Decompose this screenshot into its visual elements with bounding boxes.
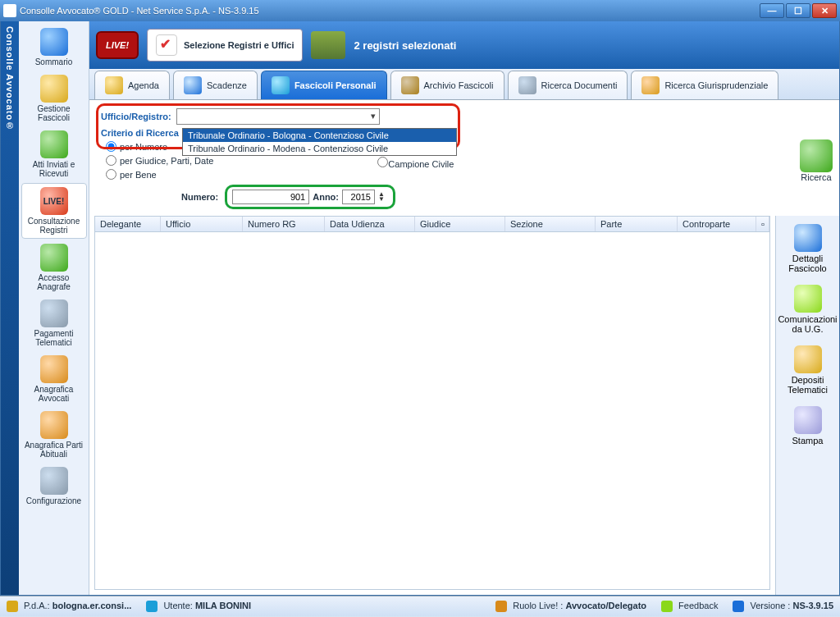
window-title: Consolle Avvocato® GOLD - Net Service S.…: [20, 6, 760, 16]
doc-search-icon: [518, 76, 536, 94]
nav-label: Anagrafica Parti Abituali: [23, 441, 85, 459]
people-icon: [40, 411, 68, 439]
numero-label: Numero:: [181, 192, 218, 202]
nav-accesso-anagrafe[interactable]: Accesso Anagrafe: [21, 240, 87, 295]
info-icon: [40, 28, 68, 56]
button-label: Ricerca: [801, 172, 831, 182]
hammer-icon: [641, 76, 660, 94]
th-ufficio[interactable]: Ufficio: [161, 217, 243, 231]
side-rail-label: Consolle Avvocato®: [5, 26, 15, 131]
th-delegante[interactable]: Delegante: [95, 217, 161, 231]
button-label: Selezione Registri e Uffici: [184, 40, 294, 50]
status-versione: Versione : NS-3.9.15: [733, 601, 833, 612]
nav-label: Configurazione: [26, 496, 81, 505]
exchange-icon: [40, 130, 68, 158]
settings-icon: [40, 467, 68, 495]
nav-label: Accesso Anagrafe: [23, 273, 85, 291]
minimize-button[interactable]: —: [760, 3, 784, 18]
registri-count: 2 registri selezionati: [354, 39, 456, 52]
radio-per-bene[interactable]: per Bene: [106, 169, 213, 180]
search-criteria: Ufficio/Registro: Tribunale Ordinario - …: [89, 100, 839, 216]
status-pda: P.d.A.: bologna.er.consi...: [7, 601, 131, 612]
status-bar: P.d.A.: bologna.er.consi... Utente: MILA…: [0, 596, 840, 616]
check-icon: [156, 34, 177, 56]
th-controparte[interactable]: Controparte: [678, 217, 756, 231]
folder-icon: [40, 75, 68, 103]
anno-label: Anno:: [313, 192, 339, 202]
nav-consultazione-registri[interactable]: LIVE! Consultazione Registri: [21, 183, 87, 239]
nav-anagrafica-parti[interactable]: Anagrafica Parti Abituali: [21, 408, 87, 462]
nav-anagrafica-avvocati[interactable]: Anagrafica Avvocati: [21, 352, 87, 406]
tab-ricerca-giurisprudenziale[interactable]: Ricerca Giurisprudenziale: [631, 71, 778, 99]
books-icon: [311, 31, 345, 59]
window-titlebar: Consolle Avvocato® GOLD - Net Service S.…: [0, 0, 840, 21]
nav-label: Atti Inviati e Ricevuti: [23, 160, 85, 178]
nav-label: Pagamenti Telematici: [23, 329, 85, 347]
tab-ricerca-documenti[interactable]: Ricerca Documenti: [508, 71, 628, 99]
table-header: Delegante Ufficio Numero RG Data Udienza…: [95, 217, 769, 232]
nav-label: Consultazione Registri: [24, 217, 84, 235]
ufficio-dropdown[interactable]: Tribunale Ordinario - Bologna - Contenzi…: [182, 128, 457, 156]
nav-sommario[interactable]: Sommario: [21, 25, 87, 70]
action-dettagli-fascicolo[interactable]: Dettagli Fascicolo: [779, 221, 837, 277]
info-icon: [733, 601, 744, 612]
ricerca-big-button[interactable]: Ricerca: [793, 139, 839, 182]
right-actions: Dettagli Fascicolo Comunicazioni da U.G.…: [775, 216, 839, 595]
th-corner[interactable]: ▫: [756, 217, 769, 231]
server-icon: [7, 601, 18, 612]
anno-spinner[interactable]: ▲▼: [378, 192, 388, 202]
dropdown-option-modena[interactable]: Tribunale Ordinario - Modena - Contenzio…: [183, 142, 456, 155]
folder-search-icon: [272, 76, 290, 94]
top-bar: LIVE! Selezione Registri e Uffici 2 regi…: [89, 21, 839, 69]
payment-icon: [40, 299, 68, 327]
feedback-icon: [661, 601, 673, 612]
app-icon: [3, 4, 16, 17]
maximize-button[interactable]: ☐: [786, 3, 810, 18]
results-table: Delegante Ufficio Numero RG Data Udienza…: [94, 216, 770, 590]
selezione-registri-button[interactable]: Selezione Registri e Uffici: [147, 29, 303, 62]
table-body: [95, 232, 769, 589]
th-data-udienza[interactable]: Data Udienza: [325, 217, 415, 231]
printer-icon: [794, 406, 822, 434]
th-numero-rg[interactable]: Numero RG: [243, 217, 325, 231]
left-nav: Sommario Gestione Fascicoli Atti Inviati…: [19, 21, 89, 595]
nav-configurazione[interactable]: Configurazione: [21, 464, 87, 509]
tab-archivio-fascicoli[interactable]: Archivio Fascicoli: [390, 71, 504, 99]
radio-campione[interactable]: Campione Civile: [377, 157, 454, 169]
th-parte[interactable]: Parte: [596, 217, 678, 231]
numero-input[interactable]: [232, 190, 309, 204]
nav-label: Anagrafica Avvocati: [23, 385, 85, 403]
nav-atti-inviati[interactable]: Atti Inviati e Ricevuti: [21, 127, 87, 181]
dropdown-option-bologna[interactable]: Tribunale Ordinario - Bologna - Contenzi…: [183, 129, 456, 142]
tab-scadenze[interactable]: Scadenze: [173, 71, 258, 99]
nav-pagamenti[interactable]: Pagamenti Telematici: [21, 296, 87, 350]
anno-input[interactable]: [342, 190, 375, 204]
highlight-green-box: Anno: ▲▼: [225, 185, 395, 209]
tab-agenda[interactable]: Agenda: [94, 71, 170, 99]
archive-icon: [401, 76, 419, 94]
side-rail: Consolle Avvocato®: [1, 21, 19, 595]
ufficio-label: Ufficio/Registro:: [101, 112, 171, 121]
th-giudice[interactable]: Giudice: [415, 217, 505, 231]
tab-fascicoli-personali[interactable]: Fascicoli Personali: [261, 71, 387, 99]
status-feedback[interactable]: Feedback: [661, 601, 718, 612]
th-sezione[interactable]: Sezione: [505, 217, 596, 231]
action-stampa[interactable]: Stampa: [779, 403, 837, 449]
nav-gestione-fascicoli[interactable]: Gestione Fascicoli: [21, 71, 87, 126]
tab-row: Agenda Scadenze Fascicoli Personali Arch…: [89, 69, 839, 100]
user-icon: [146, 601, 158, 612]
magnifier-icon: [794, 224, 822, 252]
search-icon: [800, 139, 833, 172]
radio-per-giudice[interactable]: per Giudice, Parti, Date: [106, 155, 213, 166]
ufficio-registro-combo[interactable]: [176, 108, 380, 125]
action-depositi[interactable]: Depositi Telematici: [779, 342, 837, 398]
live-badge: LIVE!: [96, 31, 139, 59]
action-comunicazioni[interactable]: Comunicazioni da U.G.: [779, 281, 837, 337]
nav-label: Gestione Fascicoli: [23, 104, 85, 122]
close-button[interactable]: ✕: [812, 3, 837, 18]
deposit-icon: [794, 345, 822, 373]
status-utente: Utente: MILA BONINI: [146, 601, 251, 612]
nav-label: Sommario: [35, 57, 73, 66]
lawyer-icon: [40, 355, 68, 383]
calendar-icon: [105, 76, 123, 94]
